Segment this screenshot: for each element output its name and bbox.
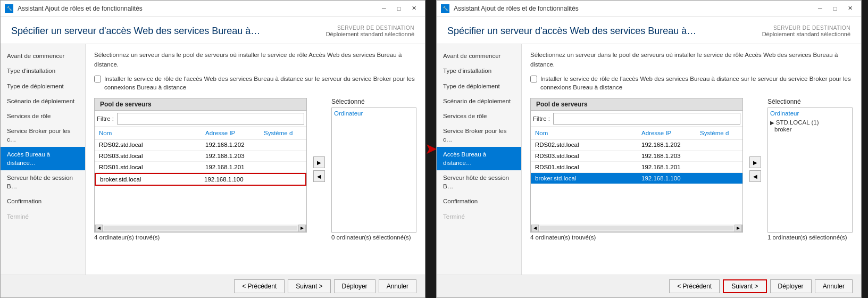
sidebar-item-services-1[interactable]: Services de rôle [1, 109, 85, 123]
sidebar-item-confirmation-2[interactable]: Confirmation [437, 194, 521, 209]
move-buttons-2: ▶ ◀ [749, 98, 761, 241]
sidebar-item-confirmation-1[interactable]: Confirmation [1, 194, 85, 209]
next-button-2[interactable]: Suivant > [723, 279, 766, 293]
cell-sys [262, 163, 304, 171]
server-destination-2: SERVEUR DE DESTINATION Déploiement stand… [762, 25, 850, 37]
close-button-2[interactable]: ✕ [843, 3, 857, 14]
sidebar-item-services-2[interactable]: Services de rôle [437, 109, 521, 123]
filter-input-1[interactable] [117, 113, 304, 125]
separator: ➤ [425, 0, 436, 298]
table-row[interactable]: RDS02.std.local 192.168.1.202 [531, 139, 742, 151]
sidebar-item-scenario-2[interactable]: Scénario de déploiement [437, 94, 521, 109]
minimize-button-1[interactable]: ─ [377, 3, 391, 14]
cell-sys [698, 174, 740, 183]
deploy-button-2[interactable]: Déployer [770, 279, 812, 293]
horiz-scrollbar-1[interactable]: ◀ ▶ [95, 225, 306, 232]
scroll-left-btn-2[interactable]: ◀ [531, 225, 539, 232]
window-controls-2: ─ □ ✕ [813, 3, 857, 14]
app-icon-1: 🔧 [5, 4, 13, 13]
table-row[interactable]: RDS01.std.local 192.168.1.201 [95, 162, 306, 173]
sidebar-item-acces-1[interactable]: Accès Bureau à distance… [1, 147, 85, 170]
next-button-1[interactable]: Suivant > [288, 279, 330, 293]
sidebar-item-avant-1[interactable]: Avant de commencer [1, 48, 85, 63]
minimize-button-2[interactable]: ─ [813, 3, 827, 14]
btn-row-2: < Précédent Suivant > Déployer Annuler [669, 279, 853, 293]
titlebar-2: 🔧 Assistant Ajout de rôles et de fonctio… [437, 1, 861, 16]
cell-ip: 192.168.1.100 [202, 175, 261, 184]
filter-row-1: Filtre : [94, 111, 307, 127]
sidebar-item-type-install-2[interactable]: Type d'installation [437, 63, 521, 78]
sidebar-2: Avant de commencer Type d'installation T… [437, 44, 522, 275]
tree-root-label: STD.LOCAL (1) [776, 119, 819, 126]
install-checkbox-1[interactable] [94, 76, 101, 82]
sidebar-item-hote-2[interactable]: Serveur hôte de session B… [437, 170, 521, 194]
filter-row-2: Filtre : [530, 111, 743, 127]
cell-ip: 192.168.1.201 [203, 163, 262, 171]
maximize-button-2[interactable]: □ [828, 3, 842, 14]
count-selected-2: 1 ordinateur(s) sélectionné(s) [767, 234, 853, 241]
destination-value-1: Déploiement standard sélectionné [326, 31, 414, 37]
sidebar-item-scenario-1[interactable]: Scénario de déploiement [1, 94, 85, 109]
selected-label-1: Sélectionné [331, 98, 416, 105]
close-button-1[interactable]: ✕ [407, 3, 421, 14]
titlebar-1: 🔧 Assistant Ajout de rôles et de fonctio… [1, 1, 425, 16]
cell-sys [698, 163, 740, 171]
move-right-btn-1[interactable]: ▶ [313, 156, 325, 168]
move-left-btn-2[interactable]: ◀ [749, 170, 761, 182]
maximize-button-1[interactable]: □ [392, 3, 406, 14]
deploy-button-1[interactable]: Déployer [334, 279, 375, 293]
sidebar-item-broker-2[interactable]: Service Broker pour les c… [437, 123, 521, 147]
cell-nom: RDS03.std.local [533, 152, 639, 160]
content-description-1: Sélectionnez un serveur dans le pool de … [94, 51, 416, 69]
sidebar-item-hote-1[interactable]: Serveur hôte de session B… [1, 170, 85, 194]
scroll-left-btn-1[interactable]: ◀ [95, 225, 103, 232]
sidebar-item-type-install-1[interactable]: Type d'installation [1, 63, 85, 78]
checkbox-row-1: Installer le service de rôle de l'accès … [94, 74, 416, 92]
install-checkbox-2[interactable] [530, 76, 537, 82]
cell-sys [261, 175, 303, 184]
prev-button-2[interactable]: < Précédent [669, 279, 720, 293]
horiz-scrollbar-2[interactable]: ◀ ▶ [531, 225, 742, 232]
table-row-selected[interactable]: broker.std.local 192.168.1.100 [95, 173, 306, 186]
window-controls-1: ─ □ ✕ [377, 3, 421, 14]
cell-ip: 192.168.1.202 [639, 140, 698, 149]
scroll-right-btn-1[interactable]: ▶ [298, 225, 306, 232]
cell-nom: RDS02.std.local [97, 140, 203, 149]
header-title-1: Spécifier un serveur d'accès Web des ser… [11, 25, 260, 37]
table-row[interactable]: RDS03.std.local 192.168.1.203 [531, 151, 742, 162]
sidebar-item-avant-2[interactable]: Avant de commencer [437, 48, 521, 63]
move-right-btn-2[interactable]: ▶ [749, 156, 761, 168]
app-icon-2: 🔧 [441, 4, 449, 13]
sidebar-item-type-deploy-1[interactable]: Type de déploiement [1, 79, 85, 94]
move-left-btn-1[interactable]: ◀ [313, 170, 325, 182]
col-nom-1[interactable]: Nom [97, 129, 203, 137]
filter-label-1: Filtre : [97, 115, 114, 122]
table-row[interactable]: RDS01.std.local 192.168.1.201 [531, 162, 742, 173]
col-sys-2[interactable]: Système d [698, 129, 740, 137]
col-nom-2[interactable]: Nom [533, 129, 639, 137]
cell-nom: broker.std.local [98, 175, 202, 184]
prev-button-1[interactable]: < Précédent [234, 279, 285, 293]
col-ip-2[interactable]: Adresse IP [639, 129, 698, 137]
arrow-icon: ➤ [425, 142, 437, 156]
sidebar-item-acces-2[interactable]: Accès Bureau à distance… [437, 147, 521, 170]
cell-ip: 192.168.1.203 [639, 152, 698, 160]
sidebar-item-type-deploy-2[interactable]: Type de déploiement [437, 79, 521, 94]
destination-label-1: SERVEUR DE DESTINATION [326, 25, 414, 31]
pool-panel-1: Pool de serveurs Filtre : Nom Adresse IP… [94, 98, 307, 241]
filter-input-2[interactable] [553, 113, 740, 125]
cell-nom: broker.std.local [533, 174, 639, 183]
col-ip-1[interactable]: Adresse IP [203, 129, 262, 137]
table-row-selected[interactable]: broker.std.local 192.168.1.100 [531, 173, 742, 184]
scroll-right-btn-2[interactable]: ▶ [735, 225, 742, 232]
table-row[interactable]: RDS02.std.local 192.168.1.202 [95, 139, 306, 151]
cancel-button-1[interactable]: Annuler [379, 279, 416, 293]
cancel-button-2[interactable]: Annuler [815, 279, 853, 293]
sidebar-item-termine-1: Terminé [1, 209, 85, 224]
cell-ip: 192.168.1.202 [203, 140, 262, 149]
tree-toggle-icon[interactable]: ▶ [770, 120, 776, 126]
col-sys-1[interactable]: Système d [262, 129, 304, 137]
table-row[interactable]: RDS03.std.local 192.168.1.203 [95, 151, 306, 162]
sidebar-item-broker-1[interactable]: Service Broker pour les c… [1, 123, 85, 147]
selected-header-2: Ordinateur [770, 110, 850, 117]
